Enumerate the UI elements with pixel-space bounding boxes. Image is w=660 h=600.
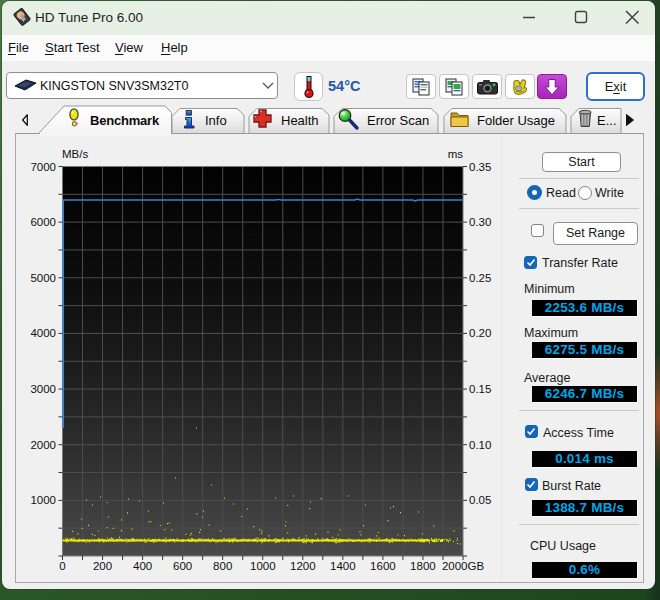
svg-text:200: 200 bbox=[93, 560, 112, 572]
svg-text:800: 800 bbox=[213, 560, 232, 572]
svg-text:4000: 4000 bbox=[30, 327, 56, 339]
svg-text:6000: 6000 bbox=[30, 216, 56, 228]
svg-text:0.10: 0.10 bbox=[469, 439, 491, 451]
svg-text:3000: 3000 bbox=[30, 383, 56, 395]
svg-text:2000GB: 2000GB bbox=[442, 560, 485, 572]
svg-text:Benchmark: Benchmark bbox=[90, 113, 160, 128]
svg-text:1400: 1400 bbox=[330, 560, 356, 572]
svg-text:1000: 1000 bbox=[250, 560, 276, 572]
svg-text:0.35: 0.35 bbox=[469, 161, 491, 173]
svg-text:0: 0 bbox=[59, 560, 65, 572]
svg-text:1200: 1200 bbox=[290, 560, 316, 572]
svg-text:0.30: 0.30 bbox=[469, 216, 491, 228]
svg-text:0.20: 0.20 bbox=[469, 327, 491, 339]
svg-text:0.25: 0.25 bbox=[469, 272, 491, 284]
svg-text:1000: 1000 bbox=[30, 494, 56, 506]
svg-text:600: 600 bbox=[173, 560, 192, 572]
svg-text:Folder Usage: Folder Usage bbox=[477, 113, 555, 128]
svg-text:0.15: 0.15 bbox=[469, 383, 491, 395]
svg-text:400: 400 bbox=[133, 560, 152, 572]
svg-text:Error Scan: Error Scan bbox=[367, 113, 429, 128]
svg-text:E...: E... bbox=[597, 113, 617, 128]
svg-text:1800: 1800 bbox=[410, 560, 436, 572]
svg-text:7000: 7000 bbox=[30, 161, 56, 173]
svg-text:1600: 1600 bbox=[370, 560, 396, 572]
svg-text:2000: 2000 bbox=[30, 439, 56, 451]
svg-text:Info: Info bbox=[205, 113, 227, 128]
svg-text:0.05: 0.05 bbox=[469, 494, 491, 506]
svg-text:5000: 5000 bbox=[30, 272, 56, 284]
svg-text:Health: Health bbox=[281, 113, 319, 128]
svg-text:MB/s: MB/s bbox=[62, 148, 88, 160]
svg-text:ms: ms bbox=[448, 148, 464, 160]
